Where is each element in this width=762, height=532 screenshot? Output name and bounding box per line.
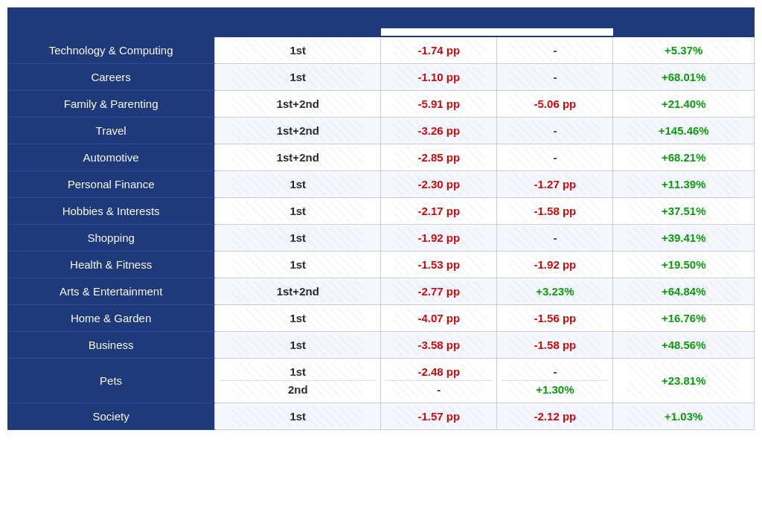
industry-cell: Automotive [7, 144, 215, 171]
desktop-cell: -2.17 pp [381, 198, 497, 225]
pets-mobile-cell: - +1.30% [497, 359, 613, 403]
search-demand-header [613, 7, 755, 28]
desktop-cell: -2.30 pp [381, 171, 497, 198]
industry-cell: Careers [7, 64, 215, 91]
pets-position-cell: 1st 2nd [215, 359, 381, 403]
desktop-cell: -2.77 pp [381, 278, 497, 305]
position-cell: 1st+2nd [215, 278, 381, 305]
mobile-cell: - [497, 36, 613, 64]
desktop-cell: -1.74 pp [381, 36, 497, 64]
position-cell: 1st [215, 171, 381, 198]
desktop-cell: -4.07 pp [381, 305, 497, 332]
search-cell: +64.84% [613, 278, 755, 305]
desktop-cell: -1.92 pp [381, 225, 497, 251]
table-row: Automotive 1st+2nd -2.85 pp - +68.21% [7, 144, 755, 171]
desktop-cell: -5.91 pp [381, 91, 497, 118]
search-cell: +68.01% [613, 64, 755, 91]
industry-cell: Shopping [7, 225, 215, 251]
table-body: Technology & Computing 1st -1.74 pp - +5… [7, 36, 755, 430]
mobile-cell: - [497, 225, 613, 251]
industry-cell: Family & Parenting [7, 91, 215, 118]
position-cell: 1st+2nd [215, 91, 381, 118]
pets-search-cell: +23.81% [613, 359, 755, 403]
search-cell: +11.39% [613, 171, 755, 198]
mobile-cell: - [497, 144, 613, 171]
header-row-sub [7, 28, 755, 36]
pets-desktop-cell: -2.48 pp - [381, 359, 497, 403]
industry-cell: Travel [7, 118, 215, 144]
table-row: Careers 1st -1.10 pp - +68.01% [7, 64, 755, 91]
position-cell: 1st [215, 198, 381, 225]
industry-cell: Society [7, 403, 215, 430]
position-cell: 1st+2nd [215, 144, 381, 171]
mobile-cell: -1.58 pp [497, 198, 613, 225]
table-row: Technology & Computing 1st -1.74 pp - +5… [7, 36, 755, 64]
position-cell: 1st [215, 305, 381, 332]
search-cell: +145.46% [613, 118, 755, 144]
table-row: Travel 1st+2nd -3.26 pp - +145.46% [7, 118, 755, 144]
desktop-cell: -1.57 pp [381, 403, 497, 430]
blank-sub-3 [613, 28, 755, 36]
search-cell: +5.37% [613, 36, 755, 64]
table-row: Society 1st -1.57 pp -2.12 pp +1.03% [7, 403, 755, 430]
blank-sub-2 [215, 28, 381, 36]
mobile-cell: +3.23% [497, 278, 613, 305]
position-cell: 1st [215, 225, 381, 251]
table-row: Family & Parenting 1st+2nd -5.91 pp -5.0… [7, 91, 755, 118]
search-cell: +21.40% [613, 91, 755, 118]
search-cell: +68.21% [613, 144, 755, 171]
position-cell: 1st [215, 64, 381, 91]
desktop-subheader [381, 28, 497, 36]
main-table-wrapper: Technology & Computing 1st -1.74 pp - +5… [7, 7, 755, 430]
desktop-cell: -3.58 pp [381, 332, 497, 359]
table-row: Arts & Entertainment 1st+2nd -2.77 pp +3… [7, 278, 755, 305]
desktop-cell: -1.53 pp [381, 251, 497, 278]
ctr-header [381, 7, 613, 28]
mobile-cell: -1.27 pp [497, 171, 613, 198]
search-cell: +37.51% [613, 198, 755, 225]
search-cell: +1.03% [613, 403, 755, 430]
pets-industry-cell: Pets [7, 359, 215, 403]
mobile-cell: - [497, 118, 613, 144]
table-row: Hobbies & Interests 1st -2.17 pp -1.58 p… [7, 198, 755, 225]
mobile-cell: -1.58 pp [497, 332, 613, 359]
industry-cell: Arts & Entertainment [7, 278, 215, 305]
mobile-cell: -1.92 pp [497, 251, 613, 278]
position-cell: 1st [215, 332, 381, 359]
mobile-subheader [497, 28, 613, 36]
desktop-cell: -1.10 pp [381, 64, 497, 91]
table-row: Shopping 1st -1.92 pp - +39.41% [7, 225, 755, 251]
search-cell: +39.41% [613, 225, 755, 251]
industry-cell: Home & Garden [7, 305, 215, 332]
mobile-cell: -5.06 pp [497, 91, 613, 118]
desktop-cell: -3.26 pp [381, 118, 497, 144]
industry-cell: Technology & Computing [7, 36, 215, 64]
table-row: Business 1st -3.58 pp -1.58 pp +48.56% [7, 332, 755, 359]
header-row-main [7, 7, 755, 28]
position-cell: 1st [215, 36, 381, 64]
table-row: Home & Garden 1st -4.07 pp -1.56 pp +16.… [7, 305, 755, 332]
table-row: Health & Fitness 1st -1.53 pp -1.92 pp +… [7, 251, 755, 278]
desktop-cell: -2.85 pp [381, 144, 497, 171]
industry-cell: Health & Fitness [7, 251, 215, 278]
table-row: Personal Finance 1st -2.30 pp -1.27 pp +… [7, 171, 755, 198]
position-cell: 1st+2nd [215, 118, 381, 144]
industry-cell: Business [7, 332, 215, 359]
mobile-cell: -1.56 pp [497, 305, 613, 332]
search-cell: +48.56% [613, 332, 755, 359]
mobile-cell: - [497, 64, 613, 91]
industry-header [7, 7, 215, 28]
search-cell: +19.50% [613, 251, 755, 278]
data-table: Technology & Computing 1st -1.74 pp - +5… [7, 7, 755, 430]
position-cell: 1st [215, 403, 381, 430]
position-cell: 1st [215, 251, 381, 278]
industry-cell: Personal Finance [7, 171, 215, 198]
industry-cell: Hobbies & Interests [7, 198, 215, 225]
mobile-cell: -2.12 pp [497, 403, 613, 430]
search-cell: +16.76% [613, 305, 755, 332]
position-header [215, 7, 381, 28]
blank-sub-1 [7, 28, 215, 36]
pets-row: Pets 1st 2nd -2.48 pp - - [7, 359, 755, 403]
